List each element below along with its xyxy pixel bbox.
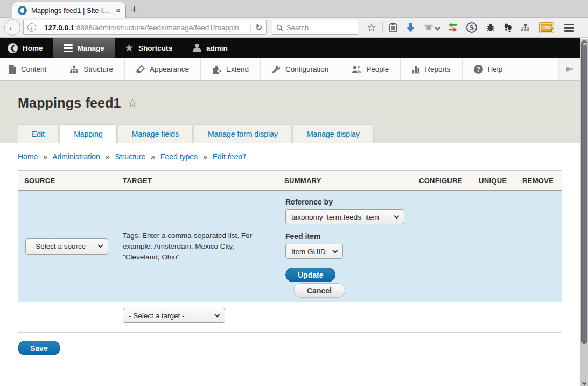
breadcrumb-separator: »: [43, 152, 47, 161]
toolbar-manage[interactable]: Manage: [53, 38, 115, 58]
new-tab-button[interactable]: +: [131, 3, 137, 16]
shortcuts-star-icon: ★: [125, 42, 134, 54]
toolbar-user[interactable]: admin: [183, 38, 238, 58]
reload-icon[interactable]: ↻: [250, 23, 262, 32]
clipboard-icon[interactable]: [389, 23, 397, 32]
browser-navbar: ← i 127.0.0.1 :8888/admin/structure/feed…: [0, 18, 588, 38]
drupal-favicon-icon: [18, 6, 27, 15]
download-arrow-icon[interactable]: [407, 23, 415, 32]
menu-item-extend[interactable]: Extend: [201, 58, 261, 80]
tab-manage-fields[interactable]: Manage fields: [118, 124, 193, 143]
breadcrumb-feed-types[interactable]: Feed types: [160, 152, 198, 161]
target-description: Tags: Enter a comma-separated list. For …: [123, 230, 256, 263]
feed-item-select[interactable]: Item GUID: [285, 244, 343, 259]
source-select-value: - Select a source -: [31, 242, 90, 250]
bug-icon[interactable]: [486, 23, 495, 32]
breadcrumb-home[interactable]: Home: [18, 152, 38, 161]
menu-item-content[interactable]: Content: [0, 58, 58, 80]
url-divider: [40, 23, 40, 32]
url-path: :8888/admin/structure/feeds/manage/feed1…: [74, 24, 247, 32]
fly-extension-icon[interactable]: [424, 24, 439, 31]
content-icon: [9, 65, 16, 74]
search-bar[interactable]: [272, 20, 358, 35]
page-scrollbar[interactable]: [580, 39, 588, 386]
menu-item-label: Help: [488, 65, 503, 73]
scrollbar-thumb[interactable]: [581, 40, 587, 344]
site-info-icon[interactable]: i: [27, 23, 36, 32]
toolbar-shortcuts[interactable]: ★ Shortcuts: [115, 38, 183, 58]
chevron-down-icon: [215, 312, 220, 317]
cancel-button[interactable]: Cancel: [293, 283, 345, 298]
people-icon: [352, 65, 361, 74]
toolbar-home[interactable]: ❮ Home: [0, 38, 53, 58]
favorite-star-icon[interactable]: ☆: [127, 96, 138, 110]
header-summary: SUMMARY: [278, 177, 412, 185]
menu-item-label: Reports: [425, 65, 450, 73]
reference-by-value: taxonomy_term.feeds_item: [291, 213, 379, 221]
admin-menu-bar: Content Structure Appearance: [0, 58, 580, 81]
browser-tab-bar: Mappings feed1 | Site-I... × +: [0, 0, 588, 18]
footprints-icon[interactable]: [504, 23, 512, 32]
tab-manage-display[interactable]: Manage display: [293, 124, 374, 143]
breadcrumb-structure[interactable]: Structure: [115, 152, 145, 161]
structure-icon: [69, 65, 79, 74]
reference-by-label: Reference by: [285, 198, 412, 206]
menu-item-reports[interactable]: Reports: [401, 58, 462, 80]
search-input[interactable]: [286, 24, 350, 32]
menu-item-structure[interactable]: Structure: [58, 58, 125, 80]
chevron-down-icon: [394, 213, 400, 219]
browser-window: Mappings feed1 | Site-I... × + ← i 127.0…: [0, 0, 588, 386]
chevron-down-icon: [98, 243, 103, 248]
reports-icon: [412, 65, 420, 74]
tab-edit[interactable]: Edit: [18, 124, 59, 143]
save-button[interactable]: Save: [18, 341, 60, 355]
scroll-down-icon: [582, 381, 586, 385]
remove-cell: [516, 191, 562, 302]
header-target: TARGET: [116, 177, 278, 185]
breadcrumb: Home » Administration » Structure » Feed…: [18, 152, 580, 161]
browser-tab[interactable]: Mappings feed1 | Site-I... ×: [12, 2, 126, 18]
selenium-icon[interactable]: S: [466, 22, 477, 33]
chevron-down-icon: [333, 248, 338, 253]
back-button[interactable]: ←: [4, 19, 20, 36]
breadcrumb-separator: »: [151, 152, 155, 161]
tab-manage-form-display[interactable]: Manage form display: [194, 124, 292, 143]
add-target-row: - Select a target -: [18, 302, 562, 329]
dropdown-chevron-icon[interactable]: [435, 25, 440, 30]
configure-cell: [412, 191, 472, 302]
header-remove: REMOVE: [516, 177, 562, 185]
configuration-icon: [272, 65, 281, 74]
menu-item-people[interactable]: People: [340, 58, 401, 80]
toolbar-shortcuts-label: Shortcuts: [138, 44, 172, 52]
tab-mapping[interactable]: Mapping: [60, 124, 117, 143]
update-button[interactable]: Update: [285, 268, 335, 282]
tab-close-icon[interactable]: ×: [116, 6, 120, 15]
source-select[interactable]: - Select a source -: [25, 238, 108, 255]
menu-item-help[interactable]: ? Help: [463, 58, 515, 80]
toolbar-collapse-button[interactable]: ⇤: [558, 58, 580, 80]
url-host: 127.0.0.1: [44, 24, 74, 32]
target-select[interactable]: - Select a target -: [123, 308, 225, 323]
toolbar-divider: [382, 22, 383, 33]
breadcrumb-administration[interactable]: Administration: [52, 152, 100, 161]
breadcrumb-current[interactable]: Edit feed1: [213, 152, 247, 161]
menu-item-label: Appearance: [150, 65, 189, 73]
main-content: Home » Administration » Structure » Feed…: [0, 143, 580, 386]
css-extension-icon[interactable]: CSS✓: [539, 22, 554, 33]
bookmark-star-icon[interactable]: ☆: [367, 21, 376, 34]
url-bar[interactable]: i 127.0.0.1 :8888/admin/structure/feeds/…: [23, 20, 267, 35]
reference-by-select[interactable]: taxonomy_term.feeds_item: [285, 209, 404, 224]
manage-menu-icon: [64, 44, 73, 52]
unique-cell: [472, 191, 516, 302]
toolbar-home-label: Home: [23, 44, 43, 52]
menu-item-configuration[interactable]: Configuration: [261, 58, 340, 80]
menu-icon[interactable]: [564, 24, 574, 32]
feed-item-label: Feed item: [285, 232, 412, 241]
proxy-switch-icon[interactable]: [449, 23, 457, 32]
extension-icons: ☆: [367, 21, 574, 34]
fly-icon: [424, 24, 433, 31]
table-row-editing: - Select a source - Tags: Enter a comma-…: [18, 191, 562, 302]
breadcrumb-separator: »: [106, 152, 110, 161]
menu-item-appearance[interactable]: Appearance: [125, 58, 201, 80]
sitemap-extension-icon[interactable]: [521, 23, 530, 32]
